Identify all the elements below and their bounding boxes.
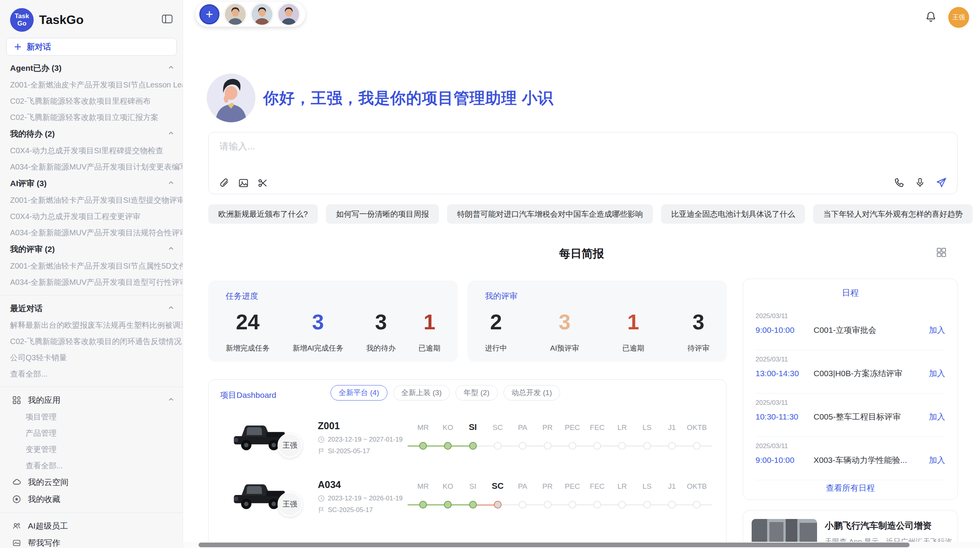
sidebar-collapse-icon[interactable]: [162, 14, 173, 25]
event-row: 13:00-14:30C003|H0B-方案冻结评审加入: [756, 368, 945, 379]
schedule-view-all[interactable]: 查看所有日程: [743, 483, 958, 493]
member-avatar-3[interactable]: [278, 3, 300, 26]
stage-dot: [618, 442, 626, 450]
suggestion-chip[interactable]: 如何写一份清晰的项目周报: [326, 204, 439, 224]
chevron-up-icon: [167, 63, 175, 73]
dashboard-filter-chip[interactable]: 全新上装 (3): [393, 385, 450, 401]
app-item[interactable]: 变更管理: [0, 441, 183, 457]
sidebar-item-ai-super-staff[interactable]: AI超级员工: [0, 517, 183, 534]
send-icon[interactable]: [935, 177, 947, 188]
apps-list: 项目管理产品管理变更管理: [0, 409, 183, 457]
logo-text-line2: Go: [17, 20, 27, 27]
stage-dot: [494, 501, 502, 509]
sidebar-task-item[interactable]: C0X4-动力总成开发项目SI里程碑提交物检查: [0, 142, 183, 159]
sidebar-section-recent-chats[interactable]: 最近对话: [0, 300, 183, 317]
dashboard-filter-chip[interactable]: 年型 (2): [456, 385, 498, 401]
stat-value: 3: [293, 310, 344, 334]
sidebar-task-item[interactable]: Z001-全新燃油轻卡产品开发项目SI造型提交物评审: [0, 192, 183, 208]
section-title: 我的待办 (2): [10, 128, 55, 139]
project-row[interactable]: 王强Z0012023-12-19 ~ 2027-01-19SI-2025-05-…: [209, 416, 726, 475]
briefing-card-title: 我的评审: [485, 291, 709, 301]
stage-dot: [544, 501, 552, 509]
apps-grid-icon: [12, 396, 21, 404]
member-avatar-1[interactable]: [224, 3, 247, 26]
chevron-up-icon: [167, 245, 175, 254]
phone-icon[interactable]: [894, 177, 905, 188]
help-writing-icon: [12, 539, 21, 547]
daily-briefing-title: 每日简报: [183, 246, 980, 262]
dashboard-filter-chip[interactable]: 动总开发 (1): [504, 385, 560, 401]
project-owner-badge: 王强: [278, 492, 302, 517]
suggestion-chip[interactable]: 比亚迪全固态电池计划具体说了什么: [661, 204, 805, 224]
stage-dot: [569, 501, 576, 509]
event-join-link[interactable]: 加入: [929, 411, 945, 422]
sidebar-item-my-cloud[interactable]: 我的云空间: [0, 474, 183, 491]
sidebar-section-header[interactable]: 我的评审 (2): [0, 241, 183, 258]
sidebar-task-item[interactable]: C02-飞腾新能源轻客改款项目立项汇报方案: [0, 109, 183, 125]
stage-dot: [519, 501, 526, 509]
event-join-link[interactable]: 加入: [929, 455, 945, 466]
briefing-card: 我的评审2进行中3AI预评审1已逾期3待评审: [468, 281, 727, 362]
project-dates: 2023-12-19 ~ 2026-01-19: [318, 495, 403, 502]
sidebar-task-item[interactable]: C02-飞腾新能源轻客改款项目里程碑画布: [0, 93, 183, 109]
sidebar-item-my-apps[interactable]: 我的应用: [0, 392, 183, 409]
user-avatar[interactable]: 王强: [948, 7, 969, 28]
flag-icon: [318, 507, 325, 514]
stage-dot: [593, 442, 601, 450]
divider: [0, 387, 183, 387]
microphone-icon[interactable]: [915, 177, 925, 188]
sidebar-task-item[interactable]: C0X4-动力总成开发项目工程变更评审: [0, 208, 183, 224]
app-item[interactable]: 项目管理: [0, 409, 183, 425]
stat-value: 1: [418, 310, 440, 334]
stat-value: 3: [550, 310, 579, 334]
apps-view-all[interactable]: 查看全部...: [0, 457, 183, 474]
sidebar-task-item[interactable]: A034-全新新能源MUV产品开发项目造型可行性评审: [0, 274, 183, 290]
event-join-link[interactable]: 加入: [929, 325, 945, 336]
scissors-icon[interactable]: [257, 178, 268, 188]
event-join-link[interactable]: 加入: [929, 368, 945, 379]
recent-chat-item[interactable]: 解释最新出台的欧盟报废车法规再生塑料比例被调至15%...: [0, 317, 183, 333]
stage-label: SI: [469, 482, 476, 491]
horizontal-scrollbar-thumb[interactable]: [199, 543, 910, 547]
sidebar-item-help-writing[interactable]: 帮我写作: [0, 534, 183, 548]
stage-label: J1: [668, 423, 676, 432]
new-chat-button[interactable]: 新对话: [6, 38, 177, 56]
stat-row: 2进行中3AI预评审1已逾期3待评审: [485, 310, 709, 353]
member-avatar-2[interactable]: [251, 3, 273, 26]
stage-label: KO: [443, 423, 453, 432]
chevron-up-icon: [167, 179, 175, 188]
add-member-button[interactable]: [199, 4, 219, 24]
notification-bell-icon[interactable]: [925, 11, 937, 24]
image-icon[interactable]: [238, 178, 249, 188]
my-apps-label: 我的应用: [28, 395, 60, 406]
sidebar-section-header[interactable]: 我的待办 (2): [0, 125, 183, 142]
suggestion-chip[interactable]: 欧洲新规最近颁布了什么?: [208, 204, 318, 224]
dashboard-filter-chip[interactable]: 全新平台 (4): [331, 385, 387, 401]
news-title: 小鹏飞行汽车制造公司增资: [825, 520, 932, 532]
event-time: 9:00-10:00: [756, 325, 814, 335]
sidebar-section-header[interactable]: Agent已办 (3): [0, 60, 183, 77]
chat-input[interactable]: [219, 140, 947, 171]
logo-text-line1: Task: [15, 12, 29, 20]
suggestion-chip[interactable]: 当下年轻人对汽车外观有怎样的喜好趋势: [813, 204, 973, 224]
app-item[interactable]: 产品管理: [0, 425, 183, 441]
recent-chat-item[interactable]: C02-飞腾新能源轻客改款项目的闭环通告反馈情况: [0, 333, 183, 349]
sidebar-task-item[interactable]: A034-全新新能源MUV产品开发项目计划变更表编写: [0, 159, 183, 175]
project-row[interactable]: 王强A0342023-12-19 ~ 2026-01-19SC-2025-05-…: [209, 475, 726, 534]
briefing-layout-icon[interactable]: [936, 247, 947, 259]
stage-dot: [419, 442, 427, 450]
sidebar-task-item[interactable]: Z001-全新燃油轻卡产品开发项目SI节点属性5D文件评审: [0, 258, 183, 274]
event-time: 13:00-14:30: [756, 369, 814, 378]
stat-value: 1: [622, 310, 644, 334]
chat-input-card: [208, 132, 958, 194]
sidebar-item-my-favorites[interactable]: 我的收藏: [0, 491, 183, 508]
recent-chats-view-all[interactable]: 查看全部...: [0, 366, 183, 382]
sidebar-section-header[interactable]: AI评审 (3): [0, 175, 183, 192]
suggestion-chip[interactable]: 特朗普可能对进口汽车增税会对中国车企造成哪些影响: [447, 204, 653, 224]
project-milestone-text: SC-2025-05-17: [328, 506, 373, 514]
recent-chat-item[interactable]: 公司Q3轻卡销量: [0, 349, 183, 366]
attachment-icon[interactable]: [219, 178, 230, 188]
sidebar-task-item[interactable]: Z001-全新燃油皮卡产品开发项目SI节点Lesson Learn报告: [0, 77, 183, 93]
sidebar-task-item[interactable]: A034-全新新能源MUV产品开发项目法规符合性评审: [0, 224, 183, 241]
stage-label: LR: [617, 423, 627, 432]
